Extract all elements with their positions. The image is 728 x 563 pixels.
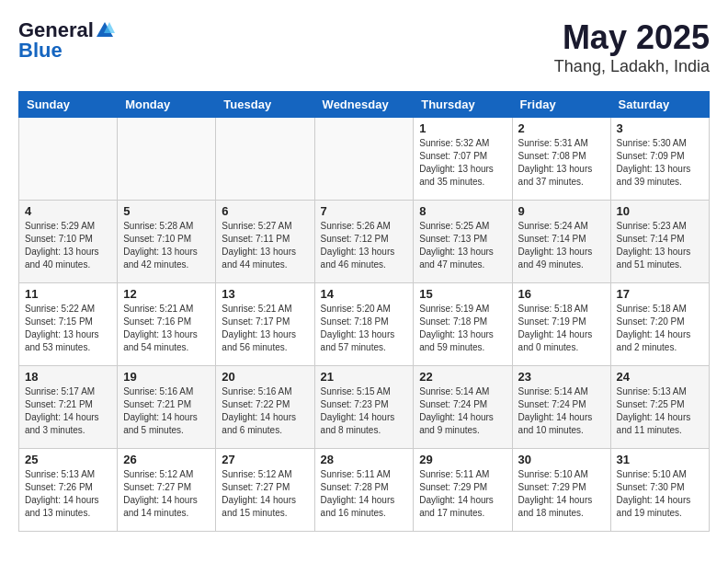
calendar-cell [118, 118, 216, 201]
day-info: Sunrise: 5:18 AMSunset: 7:20 PMDaylight:… [617, 303, 703, 354]
day-info: Sunrise: 5:18 AMSunset: 7:19 PMDaylight:… [518, 303, 605, 354]
day-info: Sunrise: 5:13 AMSunset: 7:25 PMDaylight:… [617, 385, 703, 437]
day-info: Sunrise: 5:30 AMSunset: 7:09 PMDaylight:… [617, 137, 703, 189]
calendar-cell: 23Sunrise: 5:14 AMSunset: 7:24 PMDayligh… [512, 366, 610, 449]
day-number: 30 [518, 453, 605, 466]
calendar-cell: 25Sunrise: 5:13 AMSunset: 7:26 PMDayligh… [19, 449, 118, 532]
day-info: Sunrise: 5:16 AMSunset: 7:21 PMDaylight:… [123, 385, 210, 437]
day-info: Sunrise: 5:21 AMSunset: 7:17 PMDaylight:… [222, 303, 308, 354]
day-number: 7 [321, 204, 408, 218]
day-info: Sunrise: 5:25 AMSunset: 7:13 PMDaylight:… [419, 220, 506, 271]
calendar-cell: 7Sunrise: 5:26 AMSunset: 7:12 PMDaylight… [314, 201, 414, 283]
calendar-cell: 30Sunrise: 5:10 AMSunset: 7:29 PMDayligh… [512, 449, 610, 532]
logo-blue: Blue [18, 39, 63, 63]
calendar-cell: 8Sunrise: 5:25 AMSunset: 7:13 PMDaylight… [414, 201, 512, 283]
calendar-row: 1Sunrise: 5:32 AMSunset: 7:07 PMDaylight… [19, 118, 710, 201]
day-number: 4 [25, 204, 111, 218]
day-number: 10 [617, 204, 703, 218]
day-info: Sunrise: 5:12 AMSunset: 7:27 PMDaylight:… [123, 468, 210, 520]
weekday-header-monday: Monday [118, 92, 216, 118]
calendar-cell: 29Sunrise: 5:11 AMSunset: 7:29 PMDayligh… [414, 449, 512, 532]
day-info: Sunrise: 5:10 AMSunset: 7:29 PMDaylight:… [518, 468, 605, 520]
calendar-cell: 27Sunrise: 5:12 AMSunset: 7:27 PMDayligh… [216, 449, 314, 532]
day-info: Sunrise: 5:11 AMSunset: 7:29 PMDaylight:… [419, 468, 506, 520]
calendar-cell: 12Sunrise: 5:21 AMSunset: 7:16 PMDayligh… [118, 283, 216, 366]
calendar-cell: 17Sunrise: 5:18 AMSunset: 7:20 PMDayligh… [610, 283, 709, 366]
day-number: 16 [518, 287, 605, 301]
logo-icon [95, 20, 115, 40]
day-info: Sunrise: 5:21 AMSunset: 7:16 PMDaylight:… [123, 303, 210, 354]
calendar-cell: 21Sunrise: 5:15 AMSunset: 7:23 PMDayligh… [314, 366, 414, 449]
day-number: 2 [518, 121, 605, 135]
calendar-cell: 4Sunrise: 5:29 AMSunset: 7:10 PMDaylight… [19, 201, 118, 283]
day-info: Sunrise: 5:26 AMSunset: 7:12 PMDaylight:… [321, 220, 408, 271]
day-number: 20 [222, 370, 308, 384]
day-info: Sunrise: 5:29 AMSunset: 7:10 PMDaylight:… [25, 220, 111, 271]
calendar-cell: 13Sunrise: 5:21 AMSunset: 7:17 PMDayligh… [216, 283, 314, 366]
day-number: 31 [617, 453, 703, 466]
day-info: Sunrise: 5:20 AMSunset: 7:18 PMDaylight:… [321, 303, 408, 354]
calendar-cell: 15Sunrise: 5:19 AMSunset: 7:18 PMDayligh… [414, 283, 512, 366]
calendar-cell [19, 118, 118, 201]
day-number: 21 [321, 370, 408, 384]
day-number: 28 [321, 453, 408, 466]
day-number: 29 [419, 453, 506, 466]
weekday-header-row: SundayMondayTuesdayWednesdayThursdayFrid… [19, 92, 710, 118]
day-number: 13 [222, 287, 308, 301]
calendar-row: 11Sunrise: 5:22 AMSunset: 7:15 PMDayligh… [19, 283, 710, 366]
location-title: Thang, Ladakh, India [554, 57, 710, 76]
day-number: 11 [25, 287, 111, 301]
day-number: 26 [123, 453, 210, 466]
day-number: 14 [321, 287, 408, 301]
calendar: SundayMondayTuesdayWednesdayThursdayFrid… [18, 91, 710, 532]
calendar-cell [216, 118, 314, 201]
day-number: 5 [123, 204, 210, 218]
calendar-cell [314, 118, 414, 201]
day-info: Sunrise: 5:13 AMSunset: 7:26 PMDaylight:… [25, 468, 111, 520]
calendar-cell: 14Sunrise: 5:20 AMSunset: 7:18 PMDayligh… [314, 283, 414, 366]
day-number: 1 [419, 121, 506, 135]
day-info: Sunrise: 5:10 AMSunset: 7:30 PMDaylight:… [617, 468, 703, 520]
calendar-cell: 5Sunrise: 5:28 AMSunset: 7:10 PMDaylight… [118, 201, 216, 283]
calendar-cell: 22Sunrise: 5:14 AMSunset: 7:24 PMDayligh… [414, 366, 512, 449]
day-info: Sunrise: 5:27 AMSunset: 7:11 PMDaylight:… [222, 220, 308, 271]
calendar-cell: 26Sunrise: 5:12 AMSunset: 7:27 PMDayligh… [118, 449, 216, 532]
day-number: 24 [617, 370, 703, 384]
day-info: Sunrise: 5:11 AMSunset: 7:28 PMDaylight:… [321, 468, 408, 520]
calendar-cell: 20Sunrise: 5:16 AMSunset: 7:22 PMDayligh… [216, 366, 314, 449]
calendar-cell: 28Sunrise: 5:11 AMSunset: 7:28 PMDayligh… [314, 449, 414, 532]
calendar-cell: 24Sunrise: 5:13 AMSunset: 7:25 PMDayligh… [610, 366, 709, 449]
weekday-header-friday: Friday [512, 92, 610, 118]
day-info: Sunrise: 5:12 AMSunset: 7:27 PMDaylight:… [222, 468, 308, 520]
day-number: 19 [123, 370, 210, 384]
day-number: 18 [25, 370, 111, 384]
day-number: 22 [419, 370, 506, 384]
calendar-cell: 19Sunrise: 5:16 AMSunset: 7:21 PMDayligh… [118, 366, 216, 449]
weekday-header-saturday: Saturday [610, 92, 709, 118]
calendar-row: 18Sunrise: 5:17 AMSunset: 7:21 PMDayligh… [19, 366, 710, 449]
calendar-cell: 2Sunrise: 5:31 AMSunset: 7:08 PMDaylight… [512, 118, 610, 201]
day-number: 9 [518, 204, 605, 218]
day-number: 3 [617, 121, 703, 135]
day-info: Sunrise: 5:32 AMSunset: 7:07 PMDaylight:… [419, 137, 506, 189]
day-info: Sunrise: 5:19 AMSunset: 7:18 PMDaylight:… [419, 303, 506, 354]
day-info: Sunrise: 5:15 AMSunset: 7:23 PMDaylight:… [321, 385, 408, 437]
month-title: May 2025 [554, 18, 710, 57]
weekday-header-wednesday: Wednesday [314, 92, 414, 118]
calendar-row: 25Sunrise: 5:13 AMSunset: 7:26 PMDayligh… [19, 449, 710, 532]
calendar-cell: 16Sunrise: 5:18 AMSunset: 7:19 PMDayligh… [512, 283, 610, 366]
day-info: Sunrise: 5:14 AMSunset: 7:24 PMDaylight:… [419, 385, 506, 437]
day-info: Sunrise: 5:31 AMSunset: 7:08 PMDaylight:… [518, 137, 605, 189]
calendar-cell: 1Sunrise: 5:32 AMSunset: 7:07 PMDaylight… [414, 118, 512, 201]
day-info: Sunrise: 5:28 AMSunset: 7:10 PMDaylight:… [123, 220, 210, 271]
calendar-cell: 3Sunrise: 5:30 AMSunset: 7:09 PMDaylight… [610, 118, 709, 201]
day-info: Sunrise: 5:24 AMSunset: 7:14 PMDaylight:… [518, 220, 605, 271]
title-block: May 2025 Thang, Ladakh, India [554, 18, 710, 76]
day-number: 25 [25, 453, 111, 466]
day-number: 17 [617, 287, 703, 301]
weekday-header-tuesday: Tuesday [216, 92, 314, 118]
day-number: 6 [222, 204, 308, 218]
calendar-cell: 31Sunrise: 5:10 AMSunset: 7:30 PMDayligh… [610, 449, 709, 532]
day-info: Sunrise: 5:17 AMSunset: 7:21 PMDaylight:… [25, 385, 111, 437]
page-header: General Blue May 2025 Thang, Ladakh, Ind… [18, 18, 710, 76]
